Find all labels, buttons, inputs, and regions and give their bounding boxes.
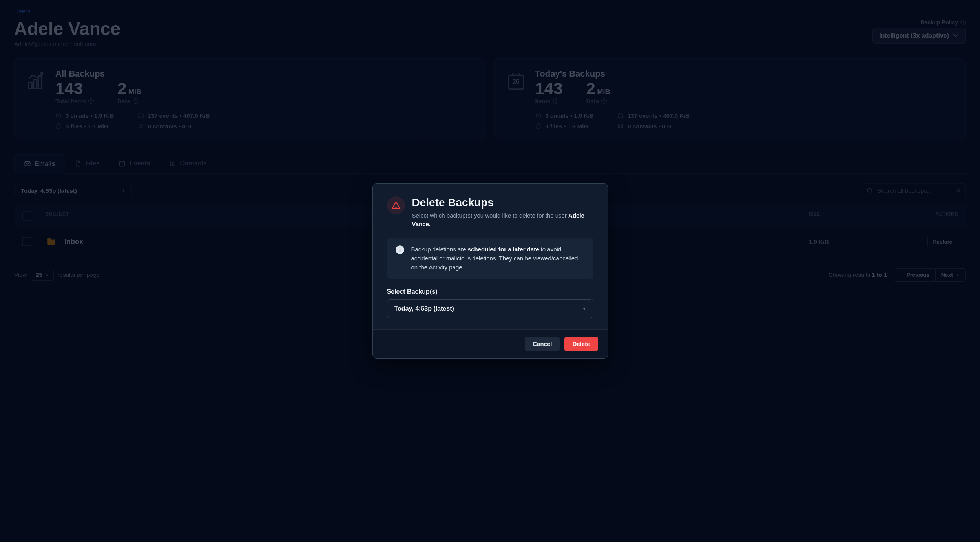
info-icon bbox=[395, 245, 405, 255]
sort-icon: ▲▼ bbox=[583, 307, 586, 311]
cancel-button[interactable]: Cancel bbox=[525, 337, 560, 351]
modal-overlay[interactable]: Delete Backups Select which backup(s) yo… bbox=[0, 0, 980, 542]
info-box: Backup deletions are scheduled for a lat… bbox=[387, 238, 593, 279]
modal-title: Delete Backups bbox=[412, 196, 593, 209]
warning-icon bbox=[387, 196, 405, 214]
svg-rect-16 bbox=[399, 249, 400, 252]
delete-button[interactable]: Delete bbox=[564, 337, 598, 351]
delete-backups-modal: Delete Backups Select which backup(s) yo… bbox=[372, 183, 608, 359]
svg-point-14 bbox=[396, 207, 396, 208]
modal-subtitle: Select which backup(s) you would like to… bbox=[412, 211, 593, 229]
svg-rect-17 bbox=[399, 247, 400, 248]
select-backups-label: Select Backup(s) bbox=[387, 288, 593, 295]
backup-select[interactable]: Today, 4:53p (latest) ▲▼ bbox=[387, 299, 593, 318]
